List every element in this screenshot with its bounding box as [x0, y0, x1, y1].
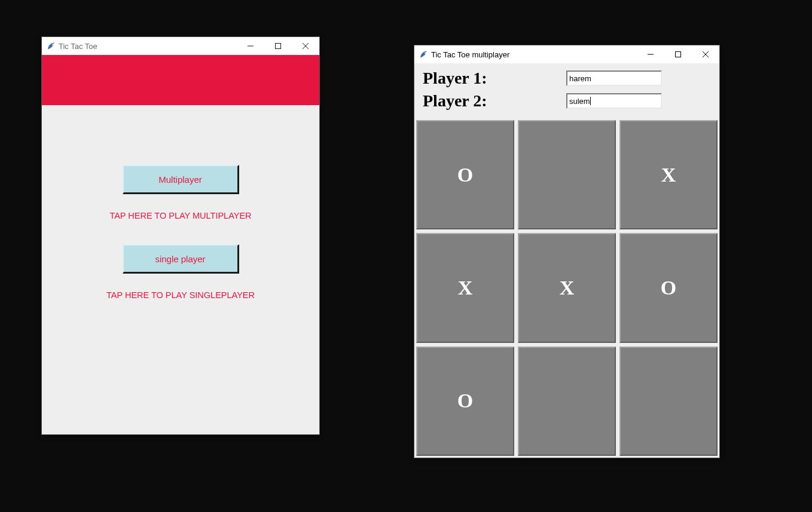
menu-body: Multiplayer TAP HERE TO PLAY MULTIPLAYER… — [42, 105, 319, 434]
cell-2-1[interactable] — [518, 347, 616, 456]
player2-label: Player 2: — [423, 91, 566, 111]
cell-1-1[interactable]: X — [518, 233, 616, 342]
game-board: O X X X O O — [414, 118, 719, 458]
player1-input-value: harem — [569, 74, 591, 83]
maximize-button[interactable] — [664, 45, 692, 63]
svg-rect-0 — [276, 44, 281, 49]
tk-feather-icon — [419, 50, 428, 59]
minimize-button[interactable] — [237, 37, 264, 55]
singleplayer-caption: TAP HERE TO PLAY SINGLEPLAYER — [106, 290, 255, 300]
cell-2-2[interactable] — [619, 347, 718, 456]
tk-feather-icon — [47, 42, 55, 50]
player2-input-value: sulem — [569, 97, 590, 106]
window-controls — [637, 45, 719, 63]
window-title: Tic Tac Toe — [59, 42, 237, 51]
close-button[interactable] — [692, 45, 719, 63]
cell-1-2[interactable]: O — [619, 233, 718, 342]
cell-0-0[interactable]: O — [416, 120, 514, 229]
window-controls — [237, 37, 319, 55]
client-area: Player 1: harem Player 2: sulem O X X X … — [414, 63, 719, 458]
player2-input[interactable]: sulem — [566, 93, 662, 109]
cell-1-0[interactable]: X — [416, 233, 514, 342]
tic-tac-toe-game-window: Tic Tac Toe multiplayer Player 1: harem … — [414, 45, 720, 458]
maximize-button[interactable] — [264, 37, 292, 55]
header-banner — [42, 55, 319, 105]
close-button[interactable] — [292, 37, 319, 55]
titlebar[interactable]: Tic Tac Toe multiplayer — [414, 45, 719, 63]
singleplayer-button[interactable]: single player — [123, 244, 239, 274]
multiplayer-button[interactable]: Multiplayer — [123, 165, 239, 194]
cell-0-1[interactable] — [518, 120, 616, 229]
multiplayer-button-label: Multiplayer — [158, 174, 202, 185]
titlebar[interactable]: Tic Tac Toe — [42, 37, 319, 55]
cell-0-2[interactable]: X — [619, 120, 718, 229]
player2-row: Player 2: sulem — [423, 90, 711, 112]
tic-tac-toe-menu-window: Tic Tac Toe Multiplayer TAP HERE TO PLAY… — [41, 36, 320, 435]
player1-row: Player 1: harem — [423, 67, 711, 90]
player-name-panel: Player 1: harem Player 2: sulem — [414, 63, 719, 118]
client-area: Multiplayer TAP HERE TO PLAY MULTIPLAYER… — [42, 55, 319, 434]
singleplayer-button-label: single player — [155, 254, 205, 264]
multiplayer-caption: TAP HERE TO PLAY MULTIPLAYER — [109, 211, 251, 220]
player1-input[interactable]: harem — [566, 70, 662, 86]
minimize-button[interactable] — [637, 45, 664, 63]
player1-label: Player 1: — [423, 69, 566, 88]
cell-2-0[interactable]: O — [416, 347, 514, 456]
window-title: Tic Tac Toe multiplayer — [431, 50, 637, 59]
svg-rect-1 — [676, 52, 681, 57]
